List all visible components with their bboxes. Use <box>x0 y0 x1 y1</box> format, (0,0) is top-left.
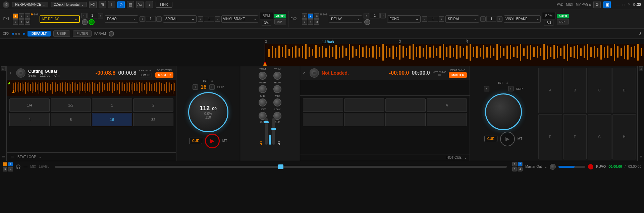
pad-e[interactable]: E <box>538 114 562 160</box>
text-icon-btn[interactable]: Aa <box>136 1 144 8</box>
deck1-jog-prev-btn[interactable]: ‹ <box>193 84 198 90</box>
fx-icon-btn[interactable]: FX <box>89 1 97 8</box>
fx2-effect3-select[interactable]: SPIRAL ⌄ <box>445 15 479 23</box>
video-icon-btn[interactable]: ▨ <box>127 1 134 8</box>
mixer-fader-right[interactable] <box>272 118 275 145</box>
fx2-s[interactable]: S <box>314 13 319 19</box>
mixer-trim-left-knob[interactable] <box>259 72 267 80</box>
mixer-fader-left[interactable] <box>265 118 268 145</box>
fx2-echo-prev[interactable]: ‹ <box>422 16 427 22</box>
crossfader[interactable] <box>55 166 507 168</box>
ch1-btn-4[interactable]: 4 <box>8 167 13 171</box>
ch1-btn-2[interactable]: 2 <box>8 162 13 166</box>
fx1-echo-next[interactable]: › <box>156 16 162 22</box>
ch1-btn-1[interactable]: 1 <box>3 162 7 166</box>
cfx-param-knob[interactable] <box>109 31 114 37</box>
fx1-m[interactable]: M <box>25 19 30 25</box>
mixer-high-right-knob[interactable] <box>273 85 281 93</box>
deck2-jog-next-btn[interactable]: › <box>508 86 514 91</box>
fx1-num1[interactable]: 1 <box>13 13 18 19</box>
deck2-jog-prev-btn[interactable]: ‹ <box>484 86 489 91</box>
fx2-knob1[interactable] <box>364 19 370 25</box>
deck2-play-btn[interactable]: ▶ <box>500 132 515 146</box>
performance-button[interactable]: PERFORMANCE ⌄ <box>12 2 48 7</box>
display-icon-btn[interactable]: ▣ <box>603 1 611 8</box>
fx1-effect2-select[interactable]: ECHO ⌄ <box>105 15 138 23</box>
fx2-tap-btn[interactable]: TAP <box>557 19 569 24</box>
deck1-loop-1[interactable]: 1 <box>92 98 132 112</box>
mixer-mid-right-knob[interactable] <box>273 98 281 106</box>
deck1-loop-1-2[interactable]: 1/2 <box>51 98 91 112</box>
master-knob[interactable] <box>550 164 556 170</box>
fx2-num3[interactable]: 3 <box>302 19 307 25</box>
deck1-loop-4[interactable]: 4 <box>9 113 50 126</box>
deck1-beat-sync-btn[interactable]: MASTER <box>155 72 173 78</box>
deck1-play-btn[interactable]: ▶ <box>205 134 220 148</box>
deck2-key-sync-btn[interactable] <box>438 74 441 76</box>
fx2-spiral-prev[interactable]: ‹ <box>480 16 486 22</box>
fx2-auto-btn[interactable]: AUTO <box>557 14 569 18</box>
fx1-knob1[interactable] <box>82 19 88 25</box>
fx1-num2[interactable]: 2 <box>19 13 24 19</box>
cfx-filter-btn[interactable]: FILTER <box>73 30 92 37</box>
record-icon-btn[interactable]: ⊙ <box>117 1 125 8</box>
pad-h[interactable]: H <box>612 114 636 160</box>
deck2-loop-4[interactable]: 4 <box>427 98 467 112</box>
fx1-beat1-prev[interactable]: ‹ <box>81 13 87 18</box>
mixer-icon-btn[interactable]: ⫶ <box>108 1 115 8</box>
layout-button[interactable]: 2Deck Horizontal ⌄ <box>51 2 87 7</box>
pad-f[interactable]: F <box>563 114 587 160</box>
ch2-btn-3[interactable]: 3 <box>512 167 517 171</box>
fx2-effect2-select[interactable]: ECHO ⌄ <box>387 15 421 23</box>
deck1-jog-next-btn[interactable]: › <box>209 84 215 90</box>
fx1-spiral-prev[interactable]: ‹ <box>198 16 203 22</box>
ch2-btn-2[interactable]: 2 <box>518 162 522 166</box>
fx1-effect1-select[interactable]: MT DELAY ⌄ <box>40 15 80 23</box>
settings-icon-btn[interactable]: ⚙ <box>593 1 601 8</box>
fx1-echo-prev[interactable]: ‹ <box>140 16 145 22</box>
deck1-loop-16[interactable]: 16 <box>92 113 132 126</box>
deck1-jog-wheel[interactable]: 112 . 00 0.0% ±10 <box>188 92 228 132</box>
fx2-beat1-next[interactable]: › <box>380 13 386 18</box>
link-button[interactable]: LINK <box>156 2 172 8</box>
fx2-spiral-next[interactable]: › <box>497 16 502 22</box>
ch2-btn-4[interactable]: 4 <box>518 167 522 171</box>
fx1-num4[interactable]: 4 <box>19 19 24 25</box>
fx2-beat1-prev[interactable]: ‹ <box>364 13 369 18</box>
mixer-trim-right-knob[interactable] <box>273 72 281 80</box>
grid-icon-btn[interactable]: ⊞ <box>99 1 106 8</box>
fx1-beat1-next[interactable]: › <box>98 13 103 18</box>
deck1-grid-icon[interactable]: ⊞ <box>9 154 15 159</box>
pad-g[interactable]: G <box>588 114 611 160</box>
mixer-q-right[interactable]: Q <box>278 141 280 145</box>
fx2-m[interactable]: M <box>314 19 319 25</box>
pad-b[interactable]: B <box>563 68 587 113</box>
pad-a[interactable]: A <box>538 68 562 113</box>
fx2-echo-next[interactable]: › <box>439 16 444 22</box>
deck2-cue-btn[interactable]: CUE <box>484 136 497 142</box>
mixer-high-left-knob[interactable] <box>259 85 267 93</box>
ch1-btn-3[interactable]: 3 <box>3 167 7 171</box>
fx2-effect1-select[interactable]: DELAY ⌄ <box>329 15 362 23</box>
fx2-num4[interactable]: 4 <box>308 19 313 25</box>
cfx-default-btn[interactable]: DEFAULT <box>28 31 51 37</box>
fx2-num1[interactable]: 1 <box>302 13 307 19</box>
fx2-num2[interactable]: 2 <box>308 13 313 19</box>
deck2-beat-sync-btn[interactable]: MASTER <box>449 72 467 78</box>
fx1-effect3-select[interactable]: SPIRAL ⌄ <box>163 15 197 23</box>
right-expand-icon[interactable]: ⊞ <box>639 66 643 71</box>
mixer-q-left[interactable]: Q <box>260 141 262 145</box>
pad-c[interactable]: C <box>588 68 611 113</box>
fx1-knob2[interactable] <box>89 19 95 25</box>
fx1-tap-btn[interactable]: TAP <box>274 19 286 24</box>
fx1-spiral-next[interactable]: › <box>215 16 220 22</box>
fx1-effect4-select[interactable]: VINYL BRAKE ⌄ <box>221 15 258 23</box>
cfx-user-btn[interactable]: USER <box>53 30 70 37</box>
deck1-loop-8[interactable]: 8 <box>51 113 91 126</box>
pad-d[interactable]: D <box>612 68 636 113</box>
deck1-loop-2[interactable]: 2 <box>133 98 173 112</box>
fx2-effect4-select[interactable]: VINYL BRAKE ⌄ <box>504 15 541 23</box>
fx1-num3[interactable]: 3 <box>13 19 18 25</box>
deck2-jog-wheel[interactable] <box>485 93 522 130</box>
fx1-auto-btn[interactable]: AUTO <box>274 14 286 18</box>
